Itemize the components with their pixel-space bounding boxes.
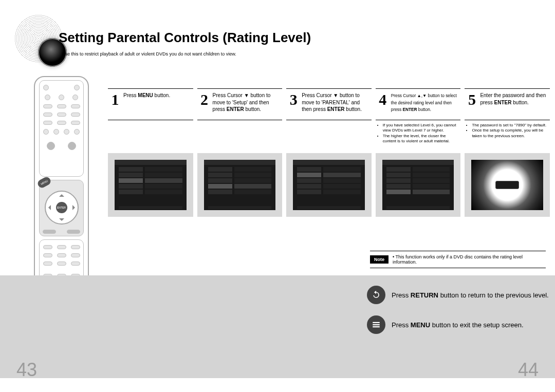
note-line: Note • This function works only if a DVD… [370,251,546,268]
ornament-speaker [14,14,63,63]
step-number: 2 [198,92,211,107]
screen-thumb [108,153,193,217]
screen-thumb [286,153,372,217]
note-text: • This function works only if a DVD disc… [393,254,546,265]
menu-icon [367,315,385,334]
step-number: 3 [287,92,300,107]
note-chip: Note [370,255,388,264]
return-icon [367,286,385,304]
step-2: 2 Press Cursor ▼ button to move to 'Setu… [197,88,283,217]
step-text: Enter the password and then press ENTER … [480,92,549,106]
dpad: ENTER [42,188,82,228]
enter-button: ENTER [56,202,67,213]
step-number: 1 [109,92,121,107]
return-hint: Press RETURN button to return to the pre… [367,286,549,304]
step-text: Press Cursor ▼ button to move to 'PARENT… [302,92,371,113]
step-text: Press MENU button. [123,92,170,99]
step-4: 4 Press Cursor ▲,▼ button to select the … [376,88,461,217]
page-title: Setting Parental Controls (Rating Level) [59,30,311,46]
steps-row: 1 Press MENU button. 2 Press Cursor ▼ bu… [108,88,550,217]
page-number-right: 44 [518,359,539,381]
step-text: Press Cursor ▼ button to move to 'Setup'… [213,92,282,113]
step-text: Press Cursor ▲,▼ button to select the de… [391,92,460,113]
page-number-left: 43 [16,359,37,381]
menu-hint: Press MENU button to exit the setup scre… [367,315,549,334]
step-number: 5 [466,92,478,107]
step-5: 5 Enter the password and then press ENTE… [465,88,550,217]
step-notes: If you have selected Level 6, you cannot… [376,120,461,150]
screen-thumb [376,153,461,217]
screen-thumb [197,153,283,217]
page-subtitle: Use this to restrict playback of adult o… [62,51,236,57]
step-1: 1 Press MENU button. [108,88,193,217]
bottom-actions: Press RETURN button to return to the pre… [367,286,549,334]
step-3: 3 Press Cursor ▼ button to move to 'PARE… [286,88,372,217]
screen-thumb-password [465,153,550,217]
step-notes: The password is set to "7890" by default… [465,120,550,150]
manual-spread: Setting Parental Controls (Rating Level)… [0,0,555,275]
step-number: 4 [377,92,389,107]
